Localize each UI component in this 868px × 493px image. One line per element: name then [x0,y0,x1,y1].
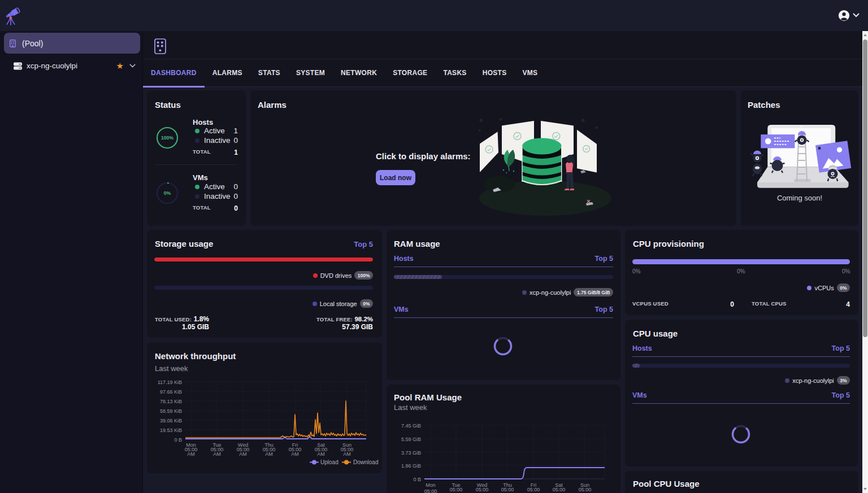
svg-text:100%: 100% [161,135,173,141]
svg-text:05:00: 05:00 [424,488,437,493]
svg-text:AM: AM [343,451,351,457]
svg-text:05:00: 05:00 [553,487,566,492]
svg-text:AM: AM [291,451,299,457]
svg-text:Download: Download [353,459,378,465]
svg-text:97.66 KiB: 97.66 KiB [160,389,182,395]
svg-text:0 B: 0 B [413,477,421,482]
svg-text:7.45 GiB: 7.45 GiB [401,423,421,429]
svg-text:AM: AM [239,451,247,457]
svg-text:05:00: 05:00 [476,487,489,492]
svg-text:Upload: Upload [320,459,338,465]
svg-text:05:00: 05:00 [450,487,463,492]
svg-text:1.86 GiB: 1.86 GiB [401,463,421,469]
svg-text:78.13 KiB: 78.13 KiB [160,399,182,404]
svg-text:05:00: 05:00 [527,487,540,492]
svg-text:AM: AM [213,451,221,457]
svg-text:05:00: 05:00 [501,487,514,492]
svg-text:AM: AM [187,451,195,457]
svg-text:19.53 KiB: 19.53 KiB [160,427,182,433]
svg-text:0 B: 0 B [174,437,182,443]
svg-text:5.59 GiB: 5.59 GiB [401,437,421,442]
svg-text:0%: 0% [164,190,171,196]
svg-text:3.73 GiB: 3.73 GiB [401,450,421,456]
svg-text:05:00: 05:00 [579,487,592,492]
svg-text:58.59 KiB: 58.59 KiB [160,408,182,414]
svg-text:117.19 KiB: 117.19 KiB [158,379,182,385]
svg-text:AM: AM [265,451,273,457]
svg-text:Mon: Mon [426,482,436,488]
svg-text:39.06 KiB: 39.06 KiB [160,418,182,424]
svg-text:AM: AM [317,451,325,457]
